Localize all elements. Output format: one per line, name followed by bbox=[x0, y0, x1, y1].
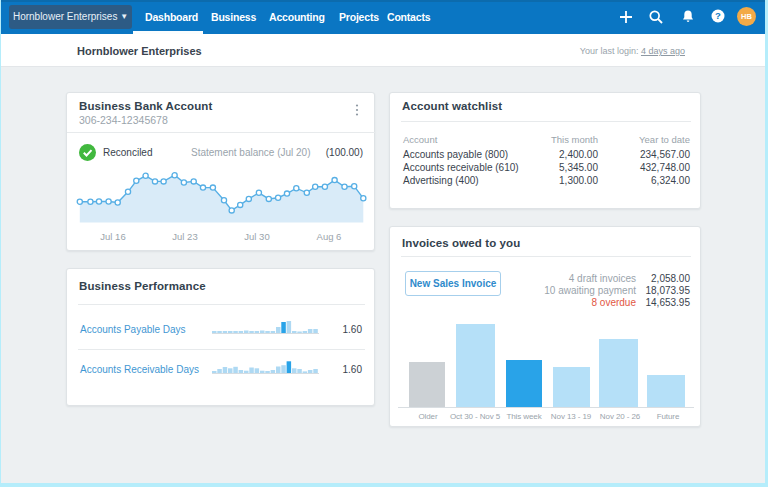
svg-text:?: ? bbox=[715, 10, 721, 21]
